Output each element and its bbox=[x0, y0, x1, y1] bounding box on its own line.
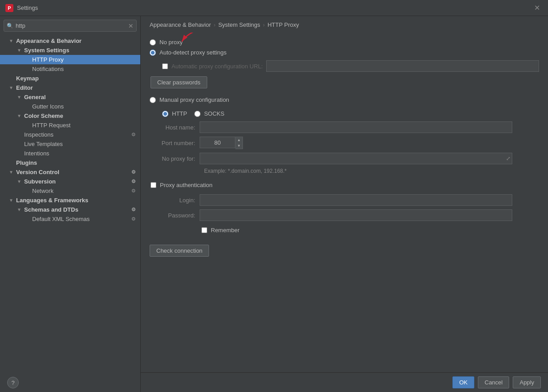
host-name-field: Host name: bbox=[151, 121, 539, 133]
http-radio[interactable] bbox=[162, 111, 168, 117]
sidebar-item-network[interactable]: Network ⚙ bbox=[0, 186, 140, 196]
sidebar-item-keymap[interactable]: Keymap bbox=[0, 74, 140, 83]
search-icon: 🔍 bbox=[7, 23, 13, 29]
search-box: 🔍 ✕ bbox=[4, 20, 137, 32]
sidebar-item-color-scheme[interactable]: ▼ Color Scheme bbox=[0, 111, 140, 121]
manual-proxy-row: Manual proxy configuration bbox=[150, 95, 539, 105]
manual-proxy-section: HTTP SOCKS Host name: Port number: bbox=[150, 110, 539, 236]
settings-icon: ⚙ bbox=[130, 188, 137, 194]
breadcrumb: Appearance & Behavior › System Settings … bbox=[141, 16, 548, 33]
sidebar-item-subversion[interactable]: ▼ Subversion ⚙ bbox=[0, 177, 140, 186]
breadcrumb-separator: › bbox=[263, 21, 265, 28]
svg-text:P: P bbox=[8, 5, 11, 11]
password-input[interactable] bbox=[200, 209, 512, 221]
no-proxy-radio[interactable] bbox=[150, 39, 156, 46]
clear-passwords-button[interactable]: Clear passwords bbox=[151, 76, 207, 88]
sidebar: 🔍 ✕ ▼ Appearance & Behavior ▼ System Set… bbox=[0, 16, 141, 392]
title-bar: P Settings ✕ bbox=[0, 0, 548, 16]
settings-icon: ⚙ bbox=[130, 132, 137, 138]
sidebar-item-general[interactable]: ▼ General bbox=[0, 92, 140, 102]
no-proxy-label[interactable]: No proxy bbox=[159, 39, 183, 46]
manual-proxy-label[interactable]: Manual proxy configuration bbox=[159, 96, 229, 103]
auto-detect-label[interactable]: Auto-detect proxy settings bbox=[159, 49, 226, 56]
auto-proxy-url-checkbox[interactable] bbox=[162, 63, 168, 69]
search-clear-button[interactable]: ✕ bbox=[128, 22, 134, 29]
spinner-up-button[interactable]: ▲ bbox=[235, 137, 243, 143]
search-input[interactable] bbox=[4, 20, 137, 32]
socks-label[interactable]: SOCKS bbox=[204, 110, 225, 117]
no-proxy-for-label: No proxy for: bbox=[151, 155, 200, 162]
settings-icon: ⚙ bbox=[130, 207, 137, 213]
remember-row: Remember bbox=[201, 225, 539, 236]
window-title: Settings bbox=[17, 4, 38, 11]
password-field: Password: bbox=[151, 209, 539, 221]
close-button[interactable]: ✕ bbox=[531, 3, 543, 13]
sidebar-item-version-control[interactable]: ▼ Version Control ⚙ bbox=[0, 167, 140, 177]
no-proxy-for-input[interactable] bbox=[200, 153, 512, 164]
no-proxy-for-field: No proxy for: ⤢ bbox=[151, 153, 539, 164]
manual-proxy-radio[interactable] bbox=[150, 97, 156, 103]
check-connection-section: Check connection bbox=[150, 245, 539, 257]
apply-button[interactable]: Apply bbox=[513, 376, 541, 388]
password-label: Password: bbox=[151, 212, 200, 219]
expand-icon[interactable]: ⤢ bbox=[506, 155, 510, 162]
socks-radio[interactable] bbox=[194, 111, 201, 117]
no-proxy-row: No proxy bbox=[150, 37, 539, 47]
sidebar-item-inspections[interactable]: Inspections ⚙ bbox=[0, 130, 140, 139]
host-name-input[interactable] bbox=[200, 121, 512, 133]
cancel-button[interactable]: Cancel bbox=[478, 376, 509, 388]
sidebar-item-default-xml-schemas[interactable]: Default XML Schemas ⚙ bbox=[0, 214, 140, 224]
login-input[interactable] bbox=[200, 194, 512, 206]
auto-detect-radio[interactable] bbox=[150, 50, 156, 56]
remember-checkbox[interactable] bbox=[201, 227, 207, 233]
spinner-down-button[interactable]: ▼ bbox=[235, 143, 243, 149]
proxy-auth-label[interactable]: Proxy authentication bbox=[160, 182, 213, 188]
sidebar-item-schemas-dtds[interactable]: ▼ Schemas and DTDs ⚙ bbox=[0, 205, 140, 214]
ok-button[interactable]: OK bbox=[452, 376, 474, 388]
sidebar-item-http-request[interactable]: HTTP Request bbox=[0, 121, 140, 130]
sidebar-item-intentions[interactable]: Intentions bbox=[0, 149, 140, 158]
app-icon: P bbox=[5, 4, 13, 12]
port-spinner: ▲ ▼ bbox=[200, 137, 243, 149]
arrow-icon: ▼ bbox=[17, 48, 22, 53]
sidebar-item-system-settings[interactable]: ▼ System Settings bbox=[0, 46, 140, 55]
auto-proxy-url-label[interactable]: Automatic proxy configuration URL: bbox=[172, 63, 263, 70]
http-label[interactable]: HTTP bbox=[172, 110, 187, 117]
check-connection-button[interactable]: Check connection bbox=[150, 245, 209, 257]
login-field: Login: bbox=[151, 194, 539, 206]
auto-detect-row: Auto-detect proxy settings bbox=[150, 47, 539, 58]
spinner-buttons: ▲ ▼ bbox=[235, 137, 243, 149]
settings-icon: ⚙ bbox=[130, 169, 137, 175]
settings-icon: ⚙ bbox=[130, 216, 137, 222]
protocol-row: HTTP SOCKS bbox=[162, 110, 539, 117]
sidebar-item-gutter-icons[interactable]: Gutter Icons bbox=[0, 102, 140, 111]
sidebar-tree: ▼ Appearance & Behavior ▼ System Setting… bbox=[0, 35, 140, 225]
sidebar-item-editor[interactable]: ▼ Editor bbox=[0, 83, 140, 92]
bottom-bar: ? OK Cancel Apply bbox=[141, 372, 548, 392]
sidebar-item-notifications[interactable]: Notifications bbox=[0, 64, 140, 74]
sidebar-item-languages-frameworks[interactable]: ▼ Languages & Frameworks bbox=[0, 196, 140, 205]
login-label: Login: bbox=[151, 197, 200, 204]
auto-proxy-url-input[interactable] bbox=[266, 60, 539, 72]
port-number-field: Port number: ▲ ▼ bbox=[151, 137, 539, 149]
auto-config-section: Automatic proxy configuration URL: bbox=[161, 60, 539, 72]
host-name-label: Host name: bbox=[151, 124, 200, 131]
sidebar-item-http-proxy[interactable]: HTTP Proxy bbox=[0, 55, 140, 64]
settings-icon: ⚙ bbox=[130, 179, 137, 185]
sidebar-item-live-templates[interactable]: Live Templates bbox=[0, 139, 140, 149]
port-number-input[interactable] bbox=[200, 137, 235, 148]
breadcrumb-separator: › bbox=[213, 21, 215, 28]
sidebar-item-plugins[interactable]: Plugins bbox=[0, 158, 140, 167]
content-area: Appearance & Behavior › System Settings … bbox=[141, 16, 548, 392]
proxy-auth-row: Proxy authentication bbox=[151, 179, 539, 191]
remember-label[interactable]: Remember bbox=[211, 227, 239, 234]
port-number-label: Port number: bbox=[151, 140, 200, 146]
example-text: Example: *.domain.com, 192.168.* bbox=[204, 168, 539, 174]
arrow-icon: ▼ bbox=[9, 38, 14, 43]
sidebar-item-appearance-behavior[interactable]: ▼ Appearance & Behavior bbox=[0, 36, 140, 46]
proxy-auth-checkbox[interactable] bbox=[151, 182, 156, 188]
content-body: No proxy Auto-detect proxy bbox=[141, 33, 548, 372]
